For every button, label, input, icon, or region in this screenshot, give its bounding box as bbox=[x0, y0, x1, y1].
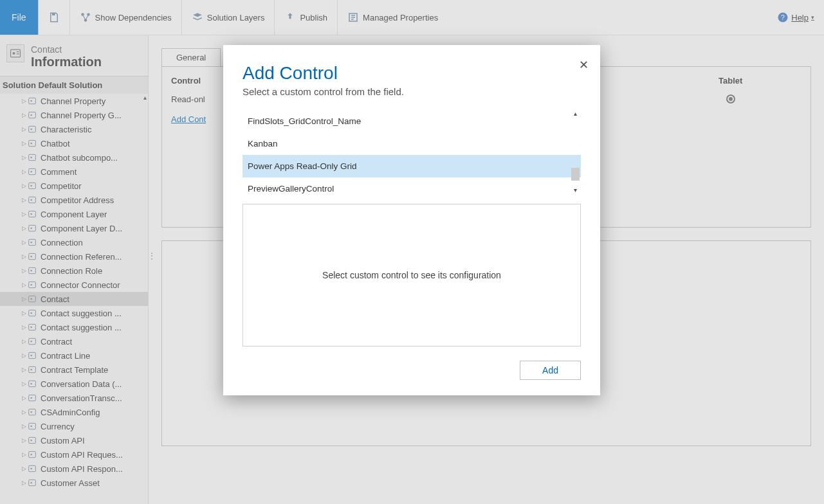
scroll-thumb[interactable] bbox=[571, 168, 580, 181]
config-placeholder: Select custom control to see its configu… bbox=[243, 204, 581, 346]
control-list: FindSlots_GridControl_NameKanbanPower Ap… bbox=[243, 110, 581, 194]
dialog-title: Add Control bbox=[243, 63, 581, 84]
control-option[interactable]: FindSlots_GridControl_Name bbox=[243, 110, 581, 132]
control-option[interactable]: PreviewGalleryControl bbox=[243, 177, 581, 194]
control-option[interactable]: Power Apps Read-Only Grid bbox=[243, 155, 581, 177]
list-scrollbar[interactable]: ▴ ▾ bbox=[570, 110, 581, 194]
dialog-subtitle: Select a custom control from the field. bbox=[243, 86, 581, 97]
scroll-up-arrow-icon[interactable]: ▴ bbox=[574, 110, 577, 117]
add-control-dialog: ✕ Add Control Select a custom control fr… bbox=[223, 45, 600, 395]
scroll-down-arrow-icon[interactable]: ▾ bbox=[574, 186, 577, 194]
close-button[interactable]: ✕ bbox=[579, 58, 589, 72]
control-option[interactable]: Kanban bbox=[243, 132, 581, 155]
add-button[interactable]: Add bbox=[520, 361, 581, 380]
